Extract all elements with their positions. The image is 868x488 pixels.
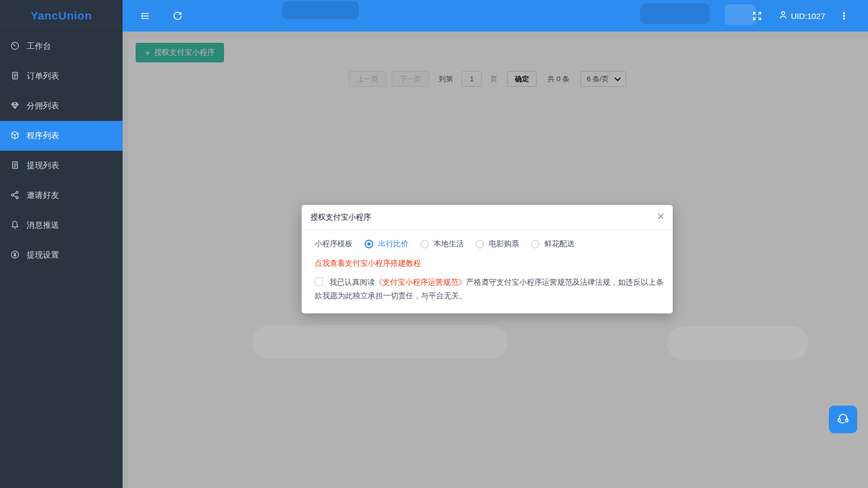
authorize-miniapp-modal: 授权支付宝小程序 ✕ 小程序模板 出行比价 本地生活 电影	[302, 205, 673, 313]
radio-option-flowers[interactable]: 鲜花配送	[531, 239, 575, 249]
sidebar-item-withdraw-list[interactable]: 提现列表	[0, 151, 123, 181]
topbar: UID:1027 ⋮	[123, 0, 868, 31]
radio-icon	[531, 240, 539, 248]
headset-icon	[835, 411, 851, 428]
program-cube-icon	[10, 131, 20, 142]
topbar-right: UID:1027 ⋮	[750, 9, 848, 23]
agreement-checkbox[interactable]	[315, 278, 323, 286]
radio-option-local-life[interactable]: 本地生活	[420, 239, 464, 249]
agreement-text: 我已认真阅读《支付宝小程序运营规范》严格遵守支付宝小程序运营规范及法律法规，如违…	[315, 275, 668, 303]
sidebar-item-messages[interactable]: 消息推送	[0, 210, 123, 240]
sidebar-item-invite[interactable]: 邀请好友	[0, 181, 123, 210]
sidebar-menu: 工作台 订单列表 分佣列表 程序列表 提现列表 邀请好友	[0, 31, 123, 270]
user-icon	[778, 10, 788, 21]
content-area: + 授权支付宝小程序 上一页 下一页 到第 页 确定 共 0 条 6 条/页	[123, 31, 868, 488]
sidebar-item-workbench[interactable]: 工作台	[0, 31, 123, 61]
message-bell-icon	[10, 220, 20, 231]
more-vertical-icon[interactable]: ⋮	[839, 11, 848, 21]
template-radio-group: 小程序模板 出行比价 本地生活 电影购票 鲜花	[315, 239, 660, 249]
app-window: YancUnion 工作台 订单列表 分佣列表 程序列表 提现列表	[0, 0, 868, 488]
tutorial-link[interactable]: 点我查看支付宝小程序搭建教程	[315, 259, 421, 268]
sidebar-item-label: 消息推送	[27, 220, 59, 230]
agreement-pre: 我已认真阅读	[329, 278, 375, 286]
withdraw-list-icon	[10, 160, 20, 171]
user-uid[interactable]: UID:1027	[778, 10, 825, 21]
app-logo: YancUnion	[0, 0, 123, 31]
sidebar-item-commission[interactable]: 分佣列表	[0, 91, 123, 121]
radio-option-travel[interactable]: 出行比价	[365, 239, 409, 249]
invite-share-icon	[10, 190, 20, 201]
radio-icon	[476, 240, 484, 248]
ghost-artifact	[640, 3, 710, 24]
sidebar: YancUnion 工作台 订单列表 分佣列表 程序列表 提现列表	[0, 0, 123, 488]
sidebar-item-label: 工作台	[27, 41, 51, 52]
radio-icon	[365, 240, 373, 248]
order-list-icon	[10, 71, 20, 82]
sidebar-item-label: 程序列表	[27, 131, 59, 141]
template-label: 小程序模板	[315, 239, 353, 249]
withdraw-settings-icon	[10, 250, 20, 261]
uid-text: UID:1027	[791, 11, 825, 21]
dashboard-icon	[10, 41, 20, 52]
refresh-icon[interactable]	[170, 9, 184, 23]
fullscreen-icon[interactable]	[750, 9, 764, 23]
close-icon[interactable]: ✕	[657, 211, 665, 222]
sidebar-item-programs[interactable]: 程序列表	[0, 121, 123, 151]
sidebar-item-label: 订单列表	[27, 71, 59, 81]
sidebar-item-label: 提现列表	[27, 160, 59, 171]
sidebar-item-orders[interactable]: 订单列表	[0, 61, 123, 91]
customer-support-button[interactable]	[829, 406, 857, 433]
ghost-artifact	[282, 1, 359, 20]
sidebar-item-withdraw-settings[interactable]: 提现设置	[0, 240, 123, 270]
modal-header: 授权支付宝小程序 ✕	[302, 205, 673, 230]
modal-body: 小程序模板 出行比价 本地生活 电影购票 鲜花	[302, 230, 673, 313]
commission-gem-icon	[10, 101, 20, 112]
topbar-left	[138, 9, 184, 23]
agreement-policy-link[interactable]: 《支付宝小程序运营规范》	[375, 278, 466, 286]
radio-option-movie[interactable]: 电影购票	[476, 239, 519, 249]
radio-icon	[420, 240, 429, 248]
sidebar-item-label: 分佣列表	[27, 101, 59, 111]
modal-title: 授权支付宝小程序	[310, 213, 371, 221]
sidebar-item-label: 邀请好友	[27, 190, 59, 201]
sidebar-item-label: 提现设置	[27, 250, 59, 260]
menu-collapse-icon[interactable]	[138, 9, 152, 23]
